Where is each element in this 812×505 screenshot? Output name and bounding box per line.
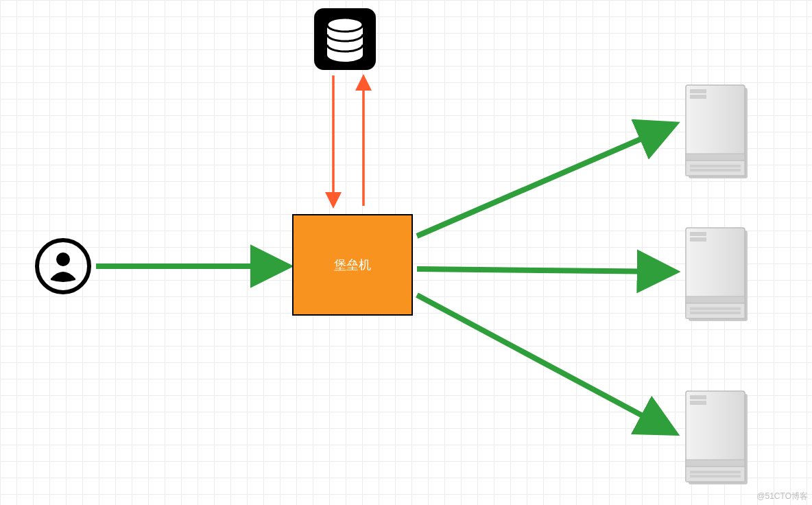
bastion-label: 堡垒机 xyxy=(334,257,371,273)
diagram-canvas: 堡垒机 @51CTO博客 xyxy=(0,0,812,505)
bastion-host-box: 堡垒机 xyxy=(292,214,413,316)
watermark-text: @51CTO博客 xyxy=(756,491,808,502)
